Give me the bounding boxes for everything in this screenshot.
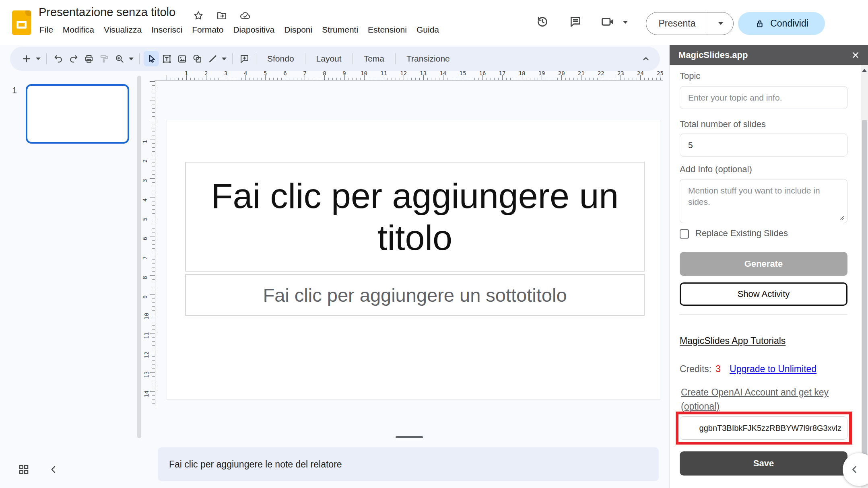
subtitle-placeholder-box[interactable]: Fai clic per aggiungere un sottotitolo (185, 274, 645, 316)
replace-existing-slides-checkbox[interactable] (680, 229, 689, 239)
panel-scrollbar[interactable] (861, 65, 868, 488)
chevron-left-icon[interactable] (48, 464, 59, 475)
slide-thumbnail-selected[interactable] (26, 84, 129, 144)
zoom-caret[interactable] (128, 51, 134, 66)
ruler-ticks (150, 81, 155, 406)
present-dropdown-button[interactable] (708, 12, 733, 35)
move-to-folder-icon[interactable] (216, 10, 228, 22)
add-info-textarea[interactable] (680, 179, 847, 223)
select-tool-button[interactable] (144, 51, 159, 66)
print-button[interactable] (81, 51, 97, 66)
slides-logo-icon[interactable] (12, 10, 31, 35)
generate-label: Generate (744, 259, 783, 269)
h-ruler-number: 15 (459, 70, 466, 76)
new-slide-caret[interactable] (35, 51, 41, 66)
menu-item-inserisci[interactable]: Inserisci (146, 23, 187, 37)
menu-item-visualizza[interactable]: Visualizza (99, 23, 146, 37)
close-icon[interactable] (849, 49, 862, 62)
show-activity-button[interactable]: Show Activity (680, 282, 847, 306)
version-history-icon[interactable] (534, 14, 550, 30)
h-ruler-number: 12 (400, 70, 407, 76)
comments-icon[interactable] (567, 14, 583, 30)
transizione-button[interactable]: Transizione (400, 51, 457, 66)
magicslides-panel: MagicSlides.app Topic Total number of sl… (669, 45, 868, 488)
slide-canvas[interactable]: Fai clic per aggiungere un titolo Fai cl… (167, 120, 660, 400)
menu-item-diapositiva[interactable]: Diapositiva (228, 23, 279, 37)
present-button[interactable]: Presenta (646, 12, 734, 35)
new-slide-button[interactable] (19, 51, 34, 66)
topic-label: Topic (680, 71, 700, 81)
v-ruler-number: 6 (142, 237, 148, 240)
replace-existing-slides-label[interactable]: Replace Existing Slides (695, 228, 788, 239)
insert-line-button[interactable] (205, 51, 220, 66)
slides-count-input[interactable] (680, 134, 847, 156)
redo-button[interactable] (66, 51, 81, 66)
slide-number: 1 (12, 85, 17, 96)
title-placeholder-box[interactable]: Fai clic per aggiungere un titolo (185, 162, 645, 272)
menu-item-strumenti[interactable]: Strumenti (317, 23, 363, 37)
paint-format-button[interactable] (97, 51, 112, 66)
insert-shape-button[interactable] (190, 51, 205, 66)
menu-item-file[interactable]: File (35, 23, 58, 37)
toolbar: SfondoLayoutTemaTransizione (10, 47, 660, 71)
camera-dropdown-caret-icon[interactable] (623, 21, 628, 24)
h-ruler-number: 11 (380, 70, 387, 76)
h-ruler-number: 17 (499, 70, 506, 76)
caret-down-icon (36, 58, 41, 60)
caret-down-icon (222, 58, 227, 60)
insert-image-button[interactable] (174, 51, 190, 66)
api-key-input[interactable] (680, 416, 847, 440)
lock-icon (755, 19, 765, 29)
generate-button[interactable]: Generate (680, 252, 847, 276)
save-label: Save (753, 458, 774, 469)
star-icon[interactable] (192, 10, 204, 22)
menu-item-disponi[interactable]: Disponi (279, 23, 317, 37)
google-slides-window: Presentazione senza titolo FileModificaV… (0, 0, 868, 488)
cloud-saved-icon[interactable] (239, 10, 251, 22)
meet-camera-icon[interactable] (600, 14, 616, 30)
notes-splitter-handle[interactable] (396, 436, 423, 438)
scrollbar-thumb[interactable] (862, 120, 867, 456)
document-title[interactable]: Presentazione senza titolo (39, 6, 175, 19)
h-ruler-number: 9 (342, 70, 346, 76)
tema-button[interactable]: Tema (357, 51, 391, 66)
h-ruler-number: 23 (617, 70, 624, 76)
slides-count-label: Total number of slides (680, 119, 766, 130)
credits-label: Credits: (680, 364, 711, 375)
sfondo-button[interactable]: Sfondo (260, 51, 301, 66)
h-ruler-number: 19 (538, 70, 545, 76)
text-box-button[interactable] (159, 51, 174, 66)
menu-item-modifica[interactable]: Modifica (58, 23, 99, 37)
layout-button[interactable]: Layout (309, 51, 348, 66)
menu-item-guida[interactable]: Guida (412, 23, 444, 37)
toolbar-separator (139, 53, 140, 64)
menu-item-estensioni[interactable]: Estensioni (363, 23, 412, 37)
topic-input[interactable] (680, 86, 847, 109)
h-ruler-number: 8 (323, 70, 326, 76)
grid-view-icon[interactable] (18, 463, 30, 476)
zoom-button[interactable] (112, 51, 127, 66)
h-ruler-number: 13 (420, 70, 427, 76)
create-openai-account-link[interactable]: Create OpenAI Account and get key (optio… (681, 385, 850, 413)
h-ruler-number: 10 (361, 70, 367, 76)
filmstrip-scrollbar[interactable] (137, 76, 141, 438)
scroll-up-arrow-icon[interactable] (862, 69, 867, 72)
line-caret[interactable] (221, 51, 227, 66)
speaker-notes-placeholder: Fai clic per aggiungere le note del rela… (169, 459, 342, 470)
toolbar-separator (353, 53, 353, 64)
save-button[interactable]: Save (680, 451, 847, 476)
speaker-notes-box[interactable]: Fai clic per aggiungere le note del rela… (158, 447, 659, 481)
upgrade-link[interactable]: Upgrade to Unlimited (730, 364, 816, 375)
menu-item-formato[interactable]: Formato (187, 23, 228, 37)
h-ruler-number: 4 (244, 70, 247, 76)
add-comment-button[interactable] (237, 51, 252, 66)
undo-button[interactable] (51, 51, 66, 66)
vertical-ruler: 1234567891011121314 (144, 81, 155, 406)
h-ruler-number: 25 (657, 70, 664, 76)
share-button[interactable]: Condividi (738, 12, 825, 35)
collapse-toolbar-button[interactable] (638, 51, 654, 66)
h-ruler-number: 14 (439, 70, 446, 76)
h-ruler-number: 22 (598, 70, 604, 76)
h-ruler-number: 3 (224, 70, 227, 76)
tutorials-link[interactable]: MagicSlides App Tutorials (680, 336, 786, 346)
